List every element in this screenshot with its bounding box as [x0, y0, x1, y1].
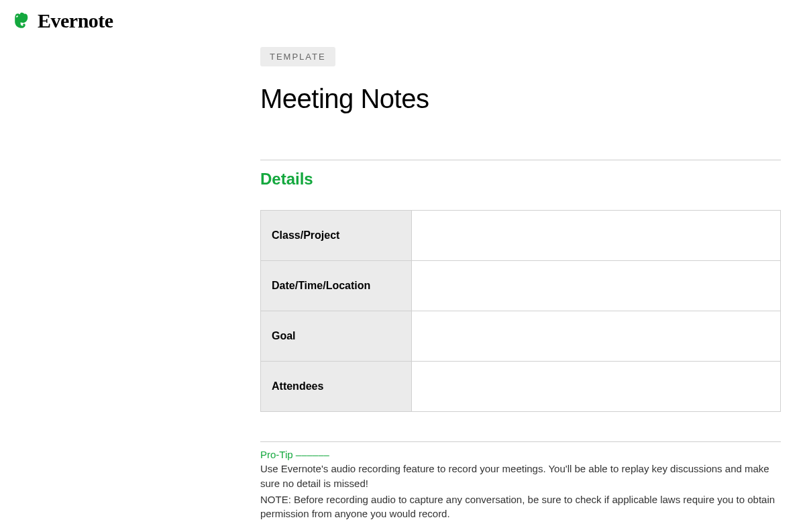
row-label-class-project: Class/Project: [261, 211, 412, 261]
template-content: TEMPLATE Meeting Notes Details Class/Pro…: [260, 42, 781, 532]
pro-tip-note: NOTE: Before recording audio to capture …: [260, 492, 781, 522]
table-row: Date/Time/Location: [261, 261, 781, 311]
row-value-date-time-location[interactable]: [412, 261, 781, 311]
pro-tip-label: Pro-Tip ––––––: [260, 449, 781, 460]
brand-name: Evernote: [38, 9, 113, 32]
details-table: Class/Project Date/Time/Location Goal At…: [260, 210, 781, 412]
details-heading: Details: [260, 170, 781, 189]
row-value-attendees[interactable]: [412, 362, 781, 412]
pro-tip-text: Use Evernote's audio recording feature t…: [260, 462, 781, 491]
row-label-date-time-location: Date/Time/Location: [261, 261, 412, 311]
table-row: Class/Project: [261, 211, 781, 261]
template-badge: TEMPLATE: [260, 47, 335, 66]
row-label-attendees: Attendees: [261, 362, 412, 412]
section-divider: [260, 160, 781, 160]
table-row: Attendees: [261, 362, 781, 412]
section-divider: [260, 441, 781, 442]
row-value-goal[interactable]: [412, 311, 781, 362]
page-title: Meeting Notes: [260, 84, 781, 114]
evernote-elephant-icon: [12, 11, 31, 30]
app-header: Evernote: [0, 0, 805, 42]
table-row: Goal: [261, 311, 781, 362]
row-value-class-project[interactable]: [412, 211, 781, 261]
row-label-goal: Goal: [261, 311, 412, 362]
